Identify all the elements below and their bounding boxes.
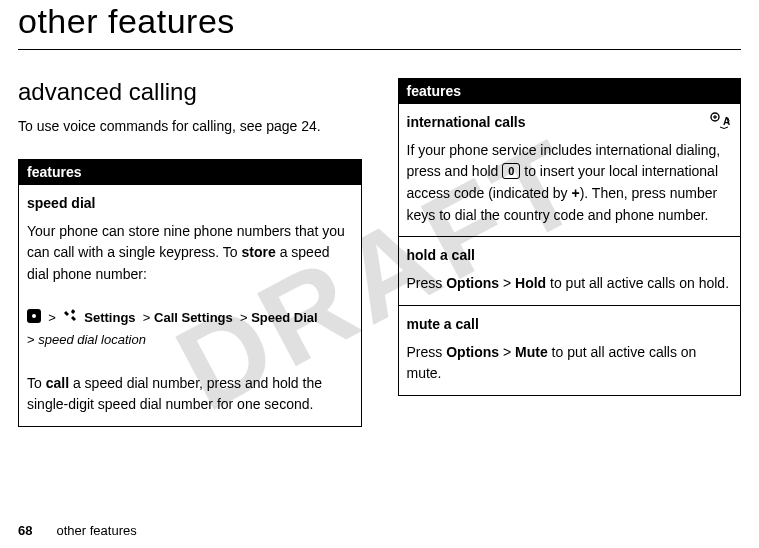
table-header: features — [398, 79, 741, 104]
svg-point-1 — [32, 314, 36, 318]
mute-gt: > — [499, 344, 515, 360]
hold-hold: Hold — [515, 275, 546, 291]
speed-dial-title: speed dial — [27, 193, 353, 215]
page-number: 68 — [18, 523, 32, 538]
speed-dial-cell: speed dial Your phone can store nine pho… — [19, 185, 362, 427]
left-features-table: features speed dial Your phone can store… — [18, 159, 362, 427]
path-settings: Settings — [84, 310, 135, 325]
speed-dial-store-bold: store — [242, 244, 276, 260]
hold-body-a: Press — [407, 275, 447, 291]
page-footer: 68other features — [18, 523, 137, 538]
intl-plus: + — [571, 185, 579, 201]
page-content: other features advanced calling To use v… — [0, 0, 759, 427]
international-calls-cell: A international calls If your phone serv… — [398, 104, 741, 237]
table-header: features — [19, 160, 362, 185]
network-icon: A — [710, 112, 732, 134]
speed-dial-call-bold: call — [46, 375, 69, 391]
mute-mute: Mute — [515, 344, 548, 360]
path-location: speed dial location — [38, 332, 146, 347]
hold-title: hold a call — [407, 245, 733, 267]
mute-title: mute a call — [407, 314, 733, 336]
mute-options: Options — [446, 344, 499, 360]
zero-key-icon: 0 — [502, 163, 520, 179]
hold-options: Options — [446, 275, 499, 291]
intro-text: To use voice commands for calling, see p… — [18, 116, 362, 137]
section-title: advanced calling — [18, 78, 362, 106]
intl-title: international calls — [407, 112, 733, 134]
menu-key-icon — [27, 309, 41, 329]
right-column: features A — [398, 78, 742, 427]
mute-call-cell: mute a call Press Options > Mute to put … — [398, 305, 741, 395]
hold-gt: > — [499, 275, 515, 291]
hold-call-cell: hold a call Press Options > Hold to put … — [398, 237, 741, 305]
speed-dial-body2a: To — [27, 375, 46, 391]
columns: advanced calling To use voice commands f… — [18, 78, 741, 427]
menu-path: > Settings > Call Settings > Speed Dial … — [27, 310, 318, 347]
speed-dial-body2b: a speed dial number, press and hold the … — [27, 375, 322, 413]
left-column: advanced calling To use voice commands f… — [18, 78, 362, 427]
path-call-settings: Call Settings — [154, 310, 233, 325]
right-features-table: features A — [398, 78, 742, 396]
hold-body-b: to put all active calls on hold. — [546, 275, 729, 291]
page-title: other features — [18, 0, 741, 50]
mute-body-a: Press — [407, 344, 447, 360]
path-speed-dial: Speed Dial — [251, 310, 317, 325]
footer-label: other features — [56, 523, 136, 538]
tools-icon — [63, 309, 77, 329]
